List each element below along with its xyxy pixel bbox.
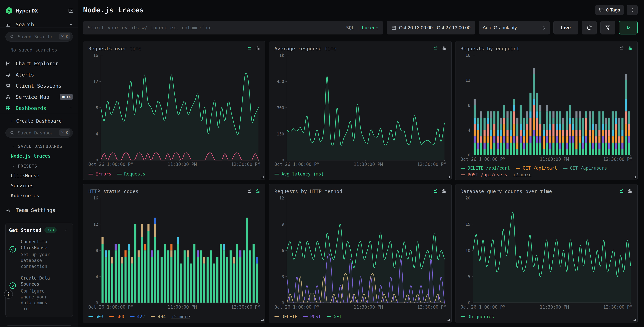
run-query-button[interactable] bbox=[619, 21, 638, 34]
dashboard-grid: Requests over time 1612840 Oct 26 1:00:0… bbox=[83, 41, 638, 323]
get-started-item[interactable]: Connect to ClickHouse Set up your databa… bbox=[9, 239, 68, 270]
sidebar-item-label: Team Settings bbox=[16, 207, 73, 213]
play-icon bbox=[626, 25, 631, 30]
panel-resize-handle[interactable] bbox=[634, 176, 636, 178]
bar-chart-toggle-icon[interactable] bbox=[441, 46, 446, 51]
panel-title: Requests by HTTP method bbox=[274, 188, 342, 194]
legend-swatch bbox=[460, 174, 465, 175]
chevron-up-icon[interactable] bbox=[64, 228, 68, 232]
granularity-select[interactable]: Auto Granularity bbox=[479, 21, 550, 34]
chart-explorer-icon bbox=[6, 61, 11, 66]
legend-swatch bbox=[274, 316, 279, 317]
svg-text:300: 300 bbox=[277, 106, 284, 110]
more-options-button[interactable] bbox=[627, 5, 638, 15]
legend-entry[interactable]: POST /api/users bbox=[460, 172, 507, 177]
legend-swatch bbox=[151, 316, 156, 317]
svg-text:8: 8 bbox=[468, 103, 470, 108]
help-button[interactable]: ? bbox=[4, 290, 13, 298]
legend-entry[interactable]: DELETE /api/cart bbox=[460, 166, 510, 170]
sql-toggle[interactable]: SQL bbox=[346, 25, 354, 30]
line-chart-toggle-icon[interactable] bbox=[433, 46, 438, 51]
sidebar-item-label: Search bbox=[16, 22, 69, 28]
legend-entry[interactable]: Requests bbox=[117, 172, 145, 176]
dashboard-item-nodejs-traces[interactable]: Node.js traces bbox=[11, 153, 78, 159]
chart-plot: 1612840 bbox=[460, 53, 632, 156]
panel-resize-handle[interactable] bbox=[261, 319, 264, 321]
create-dashboard-button[interactable]: + Create Dashboard bbox=[0, 114, 78, 125]
tag-icon bbox=[599, 8, 604, 12]
refresh-button[interactable] bbox=[582, 21, 597, 34]
legend-entry[interactable]: GET bbox=[326, 314, 342, 319]
lucene-toggle[interactable]: Lucene bbox=[362, 25, 378, 30]
svg-text:16: 16 bbox=[466, 53, 470, 58]
bar-chart-toggle-icon[interactable] bbox=[255, 46, 260, 51]
hyperdx-logo-icon bbox=[6, 7, 13, 14]
legend-label: GET /api/users bbox=[570, 166, 607, 170]
legend-more-link[interactable]: +7 more bbox=[513, 172, 532, 177]
chart-legend: 503500422404+2 more bbox=[88, 313, 260, 320]
line-chart-toggle-icon[interactable] bbox=[247, 188, 252, 194]
sidebar-nav: Chart Explorer Alerts Client Sessions bbox=[0, 58, 78, 114]
question-mark-icon: ? bbox=[7, 292, 10, 297]
sidebar-item-chart-explorer[interactable]: Chart Explorer bbox=[0, 58, 78, 69]
preset-item-kubernetes[interactable]: Kubernetes bbox=[11, 193, 78, 198]
filter-button[interactable] bbox=[600, 21, 615, 34]
legend-entry[interactable]: 503 bbox=[88, 314, 104, 319]
live-button[interactable]: Live bbox=[554, 21, 578, 34]
panel-title: Database query counts over time bbox=[460, 188, 552, 194]
legend-entry[interactable]: 422 bbox=[130, 314, 145, 319]
bar-chart-toggle-icon[interactable] bbox=[627, 46, 632, 51]
legend-entry[interactable]: 500 bbox=[109, 314, 124, 319]
legend-entry[interactable]: GET /api/users bbox=[563, 166, 607, 170]
svg-text:0: 0 bbox=[468, 153, 470, 156]
legend-swatch bbox=[326, 316, 331, 317]
sidebar-item-alerts[interactable]: Alerts bbox=[0, 69, 78, 80]
preset-item-services[interactable]: Services bbox=[11, 183, 78, 188]
preset-item-clickhouse[interactable]: ClickHouse bbox=[11, 173, 78, 178]
sidebar-item-service-map[interactable]: Service Map BETA bbox=[0, 92, 78, 102]
legend-entry[interactable]: Errors bbox=[88, 172, 111, 176]
line-chart-toggle-icon[interactable] bbox=[619, 46, 624, 51]
panel-resize-handle[interactable] bbox=[261, 176, 264, 178]
legend-entry[interactable]: DELETE bbox=[274, 314, 297, 319]
legend-entry[interactable]: Avg latency (ms) bbox=[274, 172, 324, 176]
sidebar-item-dashboards[interactable]: Dashboards bbox=[0, 102, 78, 114]
presets-header[interactable]: PRESETS bbox=[12, 164, 78, 168]
panel-resize-handle[interactable] bbox=[448, 176, 450, 178]
svg-text:8: 8 bbox=[96, 248, 98, 253]
bar-chart-toggle-icon[interactable] bbox=[441, 188, 446, 194]
panel-resize-handle[interactable] bbox=[634, 319, 636, 321]
bar-chart-toggle-icon[interactable] bbox=[627, 188, 632, 194]
sidebar-collapse-icon[interactable] bbox=[68, 8, 74, 13]
sidebar-item-team-settings[interactable]: Team Settings bbox=[0, 207, 78, 213]
legend-entry[interactable]: Db queries bbox=[460, 314, 494, 319]
panel-resize-handle[interactable] bbox=[448, 319, 450, 321]
panel-http-status-codes: HTTP status codes 1612840 Oct 26 1:00:00… bbox=[83, 184, 266, 323]
line-chart-toggle-icon[interactable] bbox=[619, 188, 624, 194]
line-chart-toggle-icon[interactable] bbox=[433, 188, 438, 194]
get-started-item-title: Create Data Sources bbox=[21, 275, 60, 287]
sidebar-item-label: Client Sessions bbox=[16, 83, 73, 89]
svg-text:8: 8 bbox=[96, 106, 98, 110]
bar-chart-toggle-icon[interactable] bbox=[255, 188, 260, 194]
tags-button[interactable]: 0 Tags bbox=[595, 5, 624, 15]
live-button-label: Live bbox=[561, 25, 571, 30]
legend-more-link[interactable]: +2 more bbox=[172, 314, 190, 319]
legend-entry[interactable]: 404 bbox=[151, 314, 166, 319]
legend-entry[interactable]: POST bbox=[303, 314, 321, 319]
line-chart-toggle-icon[interactable] bbox=[247, 46, 252, 51]
saved-dashboards-header[interactable]: SAVED DASHBOARDS bbox=[12, 144, 78, 149]
granularity-value: Auto Granularity bbox=[483, 25, 517, 30]
date-range-picker[interactable]: Oct 26 13:00:00 - Oct 27 13:00:00 bbox=[387, 21, 475, 34]
user-account-card[interactable]: D dominic.tran@c… dominic.tran@cli… bbox=[6, 326, 73, 327]
legend-entry[interactable]: GET /api/cart bbox=[516, 166, 557, 170]
event-search-input[interactable] bbox=[88, 25, 346, 30]
sidebar-item-client-sessions[interactable]: Client Sessions bbox=[0, 80, 78, 92]
chart-legend: Db queries bbox=[460, 313, 632, 320]
date-range-value: Oct 26 13:00:00 - Oct 27 13:00:00 bbox=[399, 25, 470, 30]
svg-text:450: 450 bbox=[277, 79, 284, 84]
sidebar-item-search[interactable]: Search bbox=[0, 22, 78, 28]
panel-database-query-counts: Database query counts over time 20151050… bbox=[455, 184, 638, 323]
get-started-item[interactable]: Create Data Sources Configure where your… bbox=[9, 275, 68, 312]
svg-text:1k: 1k bbox=[279, 53, 284, 58]
